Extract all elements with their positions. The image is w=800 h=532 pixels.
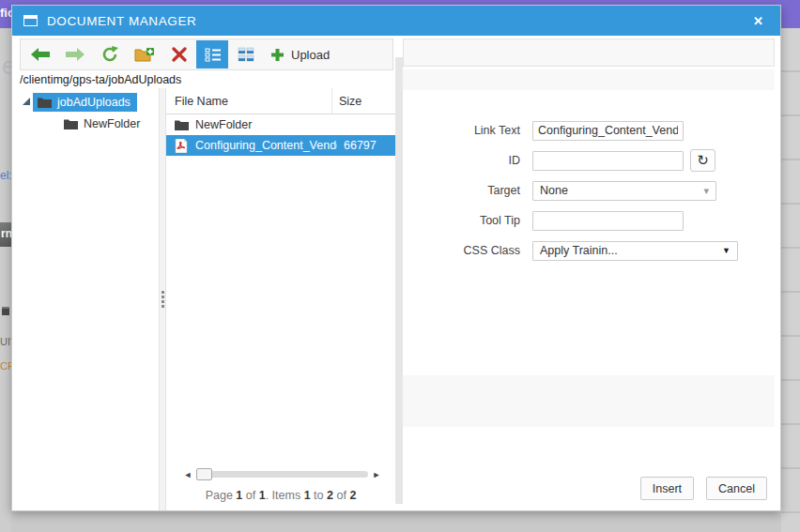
- link-properties-form: Link Text ID ↻ Target None ▾: [403, 120, 782, 270]
- window-icon: [23, 15, 38, 26]
- scroll-right-icon[interactable]: ►: [371, 470, 382, 479]
- close-icon[interactable]: ✕: [747, 12, 769, 30]
- refresh-button[interactable]: [92, 40, 127, 68]
- file-row-newfolder[interactable]: NewFolder: [166, 114, 395, 135]
- tree-item-newfolder[interactable]: NewFolder: [12, 113, 159, 134]
- tree-expand-icon[interactable]: [22, 96, 33, 109]
- folder-icon: [175, 119, 189, 130]
- document-manager-dialog: DOCUMENT MANAGER ✕: [11, 5, 781, 511]
- folder-tree: jobAdUploads NewFolder: [12, 88, 159, 510]
- tree-item-jobaduploads[interactable]: jobAdUploads: [12, 91, 159, 113]
- pane-splitter[interactable]: [159, 88, 166, 510]
- explorer-toolbar: Upload: [20, 38, 393, 70]
- back-button[interactable]: [23, 40, 57, 68]
- list-view-icon: [205, 48, 221, 62]
- upload-label: Upload: [291, 48, 330, 62]
- folder-icon: [38, 97, 52, 108]
- css-class-value: Apply Trainin...: [540, 244, 618, 257]
- link-text-label: Link Text: [403, 124, 520, 137]
- refresh-icon: ↻: [697, 152, 709, 169]
- properties-pane: Link Text ID ↻ Target None ▾: [403, 36, 782, 510]
- arrow-left-icon: [30, 47, 51, 62]
- id-input[interactable]: [532, 151, 684, 171]
- forward-button[interactable]: [57, 40, 92, 68]
- list-view-button[interactable]: [196, 40, 228, 68]
- upload-button[interactable]: Upload: [263, 48, 337, 62]
- background-button-fragment: rn: [0, 222, 11, 247]
- target-dropdown[interactable]: None ▾: [532, 181, 716, 201]
- target-value: None: [540, 184, 568, 197]
- generate-id-button[interactable]: ↻: [690, 149, 715, 172]
- background-link-fragment: el:: [0, 169, 12, 182]
- delete-button[interactable]: [162, 40, 196, 68]
- properties-header-band: [403, 69, 775, 90]
- tooltip-input[interactable]: [532, 211, 684, 231]
- plus-icon: [270, 48, 285, 62]
- css-class-dropdown[interactable]: Apply Trainin... ▼: [532, 241, 738, 261]
- tree-item-label: jobAdUploads: [57, 96, 131, 109]
- file-grid: File Name Size NewFolder: [166, 88, 395, 510]
- css-class-label: CSS Class: [403, 244, 520, 257]
- horizontal-scrollbar: ◄ ►: [182, 467, 382, 481]
- new-folder-button[interactable]: [127, 40, 162, 68]
- id-label: ID: [403, 154, 520, 167]
- current-path: /clientimg/gps-ta/jobAdUploads: [12, 70, 395, 88]
- file-grid-header: File Name Size: [166, 88, 395, 114]
- column-header-size[interactable]: Size: [331, 88, 395, 114]
- background-table-strip: [781, 28, 800, 532]
- background-left-strip: e el: rn UI' CRI: [0, 28, 11, 532]
- file-size: 66797: [337, 139, 395, 152]
- insert-button[interactable]: Insert: [640, 477, 694, 500]
- properties-toolbar-area: [403, 38, 775, 67]
- tooltip-label: Tool Tip: [403, 214, 520, 227]
- grid-vertical-scroll-area[interactable]: [395, 57, 403, 504]
- link-text-input[interactable]: [532, 121, 684, 141]
- scroll-left-icon[interactable]: ◄: [182, 470, 193, 479]
- grid-view-icon: [238, 47, 254, 62]
- properties-footer-band: [403, 375, 775, 427]
- tree-item-label: NewFolder: [84, 117, 140, 130]
- chevron-down-icon: ▼: [722, 246, 731, 255]
- scrollbar-thumb[interactable]: [196, 468, 212, 480]
- folder-icon: [64, 118, 78, 129]
- explorer-content: jobAdUploads NewFolder File Name: [12, 88, 395, 510]
- file-row-pdf[interactable]: Configuring_Content_Vendo 66797: [166, 135, 395, 156]
- arrow-right-icon: [65, 47, 85, 62]
- dialog-title: DOCUMENT MANAGER: [47, 14, 196, 28]
- delete-x-icon: [172, 47, 187, 62]
- cancel-button[interactable]: Cancel: [706, 477, 767, 500]
- scrollbar-track[interactable]: [196, 471, 368, 478]
- grid-view-button[interactable]: [228, 40, 263, 68]
- refresh-icon: [100, 46, 119, 63]
- chevron-down-icon: ▾: [703, 185, 709, 197]
- file-name: Configuring_Content_Vendo: [195, 139, 337, 152]
- background-icon-fragment: [2, 307, 9, 315]
- dialog-titlebar: DOCUMENT MANAGER ✕: [12, 6, 780, 36]
- target-label: Target: [403, 184, 520, 197]
- pdf-file-icon: [175, 139, 188, 153]
- new-folder-icon: [134, 47, 155, 63]
- file-name: NewFolder: [195, 118, 337, 131]
- column-header-file-name[interactable]: File Name: [166, 88, 331, 114]
- dialog-footer: Insert Cancel: [640, 477, 767, 500]
- pager-status: Page 1 of 1. Items 1 to 2 of 2: [166, 486, 395, 510]
- explorer-pane: Upload /clientimg/gps-ta/jobAdUploads jo…: [12, 36, 395, 510]
